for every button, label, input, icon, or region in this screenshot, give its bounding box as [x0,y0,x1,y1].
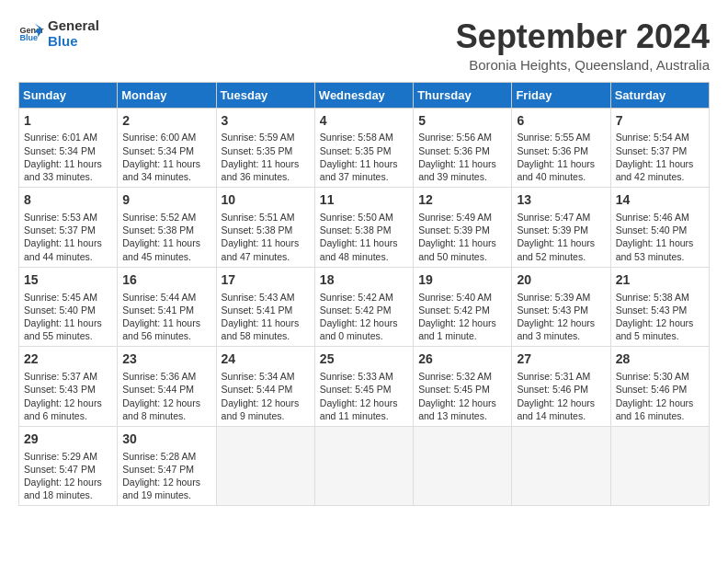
day-number: 22 [24,350,112,368]
day-number: 14 [616,191,704,209]
calendar-cell: 16Sunrise: 5:44 AM Sunset: 5:41 PM Dayli… [118,267,216,347]
calendar-cell: 17Sunrise: 5:43 AM Sunset: 5:41 PM Dayli… [216,267,314,347]
calendar-cell: 2Sunrise: 6:00 AM Sunset: 5:34 PM Daylig… [118,108,216,188]
day-number: 7 [616,112,704,130]
calendar-week-row: 22Sunrise: 5:37 AM Sunset: 5:43 PM Dayli… [19,347,710,427]
calendar-cell: 7Sunrise: 5:54 AM Sunset: 5:37 PM Daylig… [610,108,709,188]
logo-line2: Blue [48,34,99,50]
column-header-wednesday: Wednesday [314,82,413,108]
calendar-cell: 22Sunrise: 5:37 AM Sunset: 5:43 PM Dayli… [19,347,118,427]
logo: General Blue General Blue [18,18,99,49]
calendar-week-row: 1Sunrise: 6:01 AM Sunset: 5:34 PM Daylig… [19,108,710,188]
calendar-cell: 27Sunrise: 5:31 AM Sunset: 5:46 PM Dayli… [512,347,610,427]
day-number: 16 [122,271,210,289]
calendar-cell: 1Sunrise: 6:01 AM Sunset: 5:34 PM Daylig… [19,108,118,188]
day-number: 20 [517,271,605,289]
day-info: Sunrise: 5:47 AM Sunset: 5:39 PM Dayligh… [517,211,605,263]
calendar-header-row: SundayMondayTuesdayWednesdayThursdayFrid… [19,82,710,108]
day-info: Sunrise: 5:31 AM Sunset: 5:46 PM Dayligh… [517,370,605,422]
day-number: 11 [320,191,408,209]
calendar-cell [314,426,413,506]
calendar-cell: 19Sunrise: 5:40 AM Sunset: 5:42 PM Dayli… [414,267,512,347]
calendar-table: SundayMondayTuesdayWednesdayThursdayFrid… [18,82,710,507]
day-info: Sunrise: 5:30 AM Sunset: 5:46 PM Dayligh… [616,370,704,422]
calendar-cell: 24Sunrise: 5:34 AM Sunset: 5:44 PM Dayli… [216,347,314,427]
calendar-cell: 4Sunrise: 5:58 AM Sunset: 5:35 PM Daylig… [314,108,413,188]
day-info: Sunrise: 5:40 AM Sunset: 5:42 PM Dayligh… [418,291,506,343]
calendar-cell: 6Sunrise: 5:55 AM Sunset: 5:36 PM Daylig… [512,108,610,188]
calendar-cell [610,426,709,506]
day-info: Sunrise: 5:59 AM Sunset: 5:35 PM Dayligh… [222,131,310,183]
day-number: 19 [418,271,506,289]
day-info: Sunrise: 6:00 AM Sunset: 5:34 PM Dayligh… [122,131,210,183]
day-info: Sunrise: 5:52 AM Sunset: 5:38 PM Dayligh… [122,211,210,263]
column-header-saturday: Saturday [610,82,709,108]
day-number: 3 [222,112,310,130]
day-info: Sunrise: 5:44 AM Sunset: 5:41 PM Dayligh… [122,291,210,343]
day-number: 10 [222,191,310,209]
day-info: Sunrise: 5:32 AM Sunset: 5:45 PM Dayligh… [418,370,506,422]
calendar-week-row: 8Sunrise: 5:53 AM Sunset: 5:37 PM Daylig… [19,188,710,268]
logo-icon: General Blue [18,21,44,47]
calendar-cell: 23Sunrise: 5:36 AM Sunset: 5:44 PM Dayli… [118,347,216,427]
column-header-thursday: Thursday [414,82,512,108]
day-number: 18 [320,271,408,289]
day-number: 25 [320,350,408,368]
day-number: 8 [24,191,112,209]
day-number: 30 [122,431,210,448]
day-number: 9 [122,191,210,209]
column-header-friday: Friday [512,82,610,108]
day-info: Sunrise: 5:46 AM Sunset: 5:40 PM Dayligh… [616,211,704,263]
day-number: 28 [616,350,704,368]
month-title: September 2024 [456,18,710,55]
day-info: Sunrise: 5:42 AM Sunset: 5:42 PM Dayligh… [320,291,408,343]
calendar-cell: 15Sunrise: 5:45 AM Sunset: 5:40 PM Dayli… [19,267,118,347]
day-number: 6 [517,112,605,130]
svg-text:Blue: Blue [19,33,38,42]
day-number: 13 [517,191,605,209]
day-number: 2 [122,112,210,130]
calendar-cell: 30Sunrise: 5:28 AM Sunset: 5:47 PM Dayli… [118,426,216,506]
title-block: September 2024 Boronia Heights, Queensla… [456,18,710,73]
day-info: Sunrise: 5:43 AM Sunset: 5:41 PM Dayligh… [222,291,310,343]
calendar-cell: 13Sunrise: 5:47 AM Sunset: 5:39 PM Dayli… [512,188,610,268]
day-info: Sunrise: 5:34 AM Sunset: 5:44 PM Dayligh… [222,370,310,422]
day-info: Sunrise: 5:56 AM Sunset: 5:36 PM Dayligh… [418,131,506,183]
day-info: Sunrise: 5:51 AM Sunset: 5:38 PM Dayligh… [222,211,310,263]
day-number: 1 [24,112,112,130]
calendar-cell: 5Sunrise: 5:56 AM Sunset: 5:36 PM Daylig… [414,108,512,188]
calendar-cell: 29Sunrise: 5:29 AM Sunset: 5:47 PM Dayli… [19,426,118,506]
calendar-cell: 12Sunrise: 5:49 AM Sunset: 5:39 PM Dayli… [414,188,512,268]
calendar-week-row: 15Sunrise: 5:45 AM Sunset: 5:40 PM Dayli… [19,267,710,347]
calendar-cell: 8Sunrise: 5:53 AM Sunset: 5:37 PM Daylig… [19,188,118,268]
calendar-cell: 18Sunrise: 5:42 AM Sunset: 5:42 PM Dayli… [314,267,413,347]
day-number: 24 [222,350,310,368]
day-info: Sunrise: 5:36 AM Sunset: 5:44 PM Dayligh… [122,370,210,422]
day-info: Sunrise: 5:49 AM Sunset: 5:39 PM Dayligh… [418,211,506,263]
calendar-cell: 20Sunrise: 5:39 AM Sunset: 5:43 PM Dayli… [512,267,610,347]
day-number: 29 [24,431,112,448]
day-info: Sunrise: 5:53 AM Sunset: 5:37 PM Dayligh… [24,211,112,263]
calendar-cell [512,426,610,506]
calendar-cell: 11Sunrise: 5:50 AM Sunset: 5:38 PM Dayli… [314,188,413,268]
calendar-cell: 25Sunrise: 5:33 AM Sunset: 5:45 PM Dayli… [314,347,413,427]
day-info: Sunrise: 5:45 AM Sunset: 5:40 PM Dayligh… [24,291,112,343]
day-info: Sunrise: 5:54 AM Sunset: 5:37 PM Dayligh… [616,131,704,183]
day-info: Sunrise: 5:28 AM Sunset: 5:47 PM Dayligh… [122,450,210,502]
day-number: 17 [222,271,310,289]
day-info: Sunrise: 5:39 AM Sunset: 5:43 PM Dayligh… [517,291,605,343]
calendar-cell: 26Sunrise: 5:32 AM Sunset: 5:45 PM Dayli… [414,347,512,427]
page-header: General Blue General Blue September 2024… [18,18,710,73]
logo-line1: General [48,18,99,34]
day-info: Sunrise: 5:33 AM Sunset: 5:45 PM Dayligh… [320,370,408,422]
calendar-cell [216,426,314,506]
day-info: Sunrise: 5:37 AM Sunset: 5:43 PM Dayligh… [24,370,112,422]
day-info: Sunrise: 6:01 AM Sunset: 5:34 PM Dayligh… [24,131,112,183]
day-info: Sunrise: 5:29 AM Sunset: 5:47 PM Dayligh… [24,450,112,502]
day-number: 21 [616,271,704,289]
day-number: 15 [24,271,112,289]
day-number: 26 [418,350,506,368]
calendar-cell [414,426,512,506]
day-info: Sunrise: 5:58 AM Sunset: 5:35 PM Dayligh… [320,131,408,183]
calendar-cell: 14Sunrise: 5:46 AM Sunset: 5:40 PM Dayli… [610,188,709,268]
